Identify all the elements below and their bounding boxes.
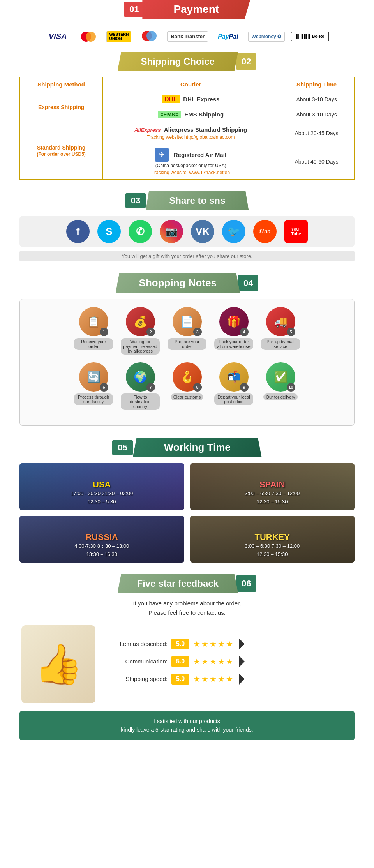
list-item: 🪝8 Clear customs (168, 362, 206, 410)
star-icon: ★ (210, 657, 217, 666)
note-circle-9: 📬9 (219, 362, 249, 392)
youtube-icon[interactable]: YouTube (284, 220, 308, 243)
payment-section: 01 Payment VISA WESTERNUNION Bank Transf… (0, 0, 374, 48)
list-item: ✅10 Our for delivery (261, 362, 300, 410)
note-circle-6: 🔄6 (79, 362, 108, 392)
usa-card: USA 17:00 - 20:30 21:30 – 02:0002:30 – 5… (19, 463, 184, 510)
note-num-6: 6 (100, 383, 108, 392)
bank-transfer-icon: Bank Transfer (167, 31, 208, 42)
feedback-title: Five star feedback (118, 574, 238, 593)
shipping-title: Shipping Choice (118, 52, 238, 71)
note-circle-1: 📋1 (79, 307, 108, 336)
working-header: 05 Working Time (19, 438, 355, 457)
star-icon: ★ (210, 639, 217, 649)
western-union-icon: WESTERNUNION (106, 31, 131, 42)
dhl-courier-cell: DHL DHL Express (103, 92, 279, 107)
shipping-section: Shipping Choice 02 Shipping Method Couri… (0, 48, 374, 187)
paypal-icon: PayPal (214, 31, 242, 42)
twitter-icon[interactable]: 🐦 (222, 220, 245, 243)
notes-container: 📋1 Receive your order 💰2 Waiting for pay… (19, 299, 355, 426)
note-label-5: Pck up by mail service (261, 338, 300, 350)
note-num-2: 2 (146, 328, 155, 336)
list-item: 🎁4 Pack your order at our warehouse (214, 307, 253, 355)
note-num-4: 4 (240, 328, 249, 336)
skype-icon[interactable]: S (97, 220, 121, 243)
note-circle-3: 📄3 (173, 307, 202, 336)
russia-country: RUSSIA (23, 532, 180, 542)
rating-label-communication: Communication: (105, 658, 168, 665)
sns-gift-message: You will get a gift with your order afte… (19, 251, 355, 261)
feedback-intro-line2: Please feel free to contact us. (148, 609, 226, 616)
ems-logo: ≡EMS≡ (158, 111, 181, 118)
dhl-name: DHL Express (183, 96, 219, 102)
spain-times: 3:00 – 6:30 7:30 – 12:0012:30 – 15:30 (194, 490, 351, 506)
star-icon: ★ (226, 639, 233, 649)
working-section-num: 05 (112, 440, 132, 455)
note-label-2: Waiting for payment released by alixepre… (121, 338, 160, 355)
note-circle-5: 🚚5 (266, 307, 295, 336)
facebook-icon[interactable]: f (66, 220, 90, 243)
note-label-7: Flow to destination country (121, 393, 160, 410)
rating-score-described: 5.0 (171, 639, 189, 649)
airmail-logo-icon: ✈ (155, 148, 169, 162)
col-method: Shipping Method (20, 77, 103, 92)
feedback-header: Five star feedback 06 (19, 574, 355, 593)
vk-icon[interactable]: VK (191, 220, 214, 243)
table-row: Standard Shipping(For order over USD5) A… (20, 122, 355, 144)
working-title: Working Time (133, 438, 262, 457)
notes-section-num: 04 (238, 275, 258, 291)
instagram-icon[interactable]: 📷 (160, 220, 183, 243)
rating-stars-communication: ★ ★ ★ ★ ★ (193, 657, 233, 666)
rating-arrow-icon (239, 656, 245, 667)
maestro-icon (137, 28, 161, 44)
note-circle-2: 💰2 (126, 307, 155, 336)
star-icon: ★ (201, 674, 208, 684)
sns-title: Share to sns (146, 191, 249, 210)
note-circle-4: 🎁4 (219, 307, 249, 336)
usa-country: USA (23, 480, 180, 490)
svg-point-3 (146, 31, 157, 41)
table-row: Express Shipping DHL DHL Express About 3… (20, 92, 355, 107)
payment-section-num: 01 (124, 2, 144, 17)
note-label-10: Our for delivery (263, 393, 297, 400)
rating-label-shipping: Shipping speed: (105, 676, 168, 682)
note-label-3: Prepare your order (168, 338, 206, 350)
svg-point-1 (86, 32, 96, 42)
whatsapp-icon[interactable]: ✆ (129, 220, 152, 243)
aliexpress-time: About 20-45 Days (279, 122, 355, 144)
aliexpress-courier-cell: AliExpress Aliexpress Standard Shipping … (103, 122, 279, 144)
star-icon: ★ (218, 657, 225, 666)
airmail-courier-cell: ✈ Registered Air Mail(China post/epacket… (103, 144, 279, 180)
aliexpress-logo: AliExpress (134, 127, 161, 133)
airmail-tracking: Tracking website: www.17track.net/en (107, 170, 275, 175)
shipping-header: Shipping Choice 02 (19, 52, 355, 71)
note-num-3: 3 (193, 328, 202, 336)
feedback-bottom-line1: If satisfied with our products, (152, 718, 221, 724)
note-num-8: 8 (193, 383, 202, 392)
feedback-intro: If you have any problems about the order… (19, 599, 355, 617)
spain-card: SPAIN 3:00 – 6:30 7:30 – 12:0012:30 – 15… (190, 463, 355, 510)
russia-card: RUSSIA 4:00-7:30 8：30 – 13:0013:30 – 16:… (19, 516, 184, 563)
shipping-section-num: 02 (236, 53, 256, 70)
star-icon: ★ (193, 674, 200, 684)
itao-icon[interactable]: iTao (253, 220, 277, 243)
note-label-6: Process through sort facility (74, 393, 113, 405)
note-num-5: 5 (287, 328, 295, 336)
star-icon: ★ (226, 657, 233, 666)
star-icon: ★ (201, 657, 208, 666)
feedback-content: 👍 Item as described: 5.0 ★ ★ ★ ★ ★ Commu… (19, 625, 355, 703)
ems-name: EMS Shipping (184, 111, 224, 118)
aliexpress-name: Aliexpress Standard Shipping (164, 126, 247, 133)
note-num-10: 10 (287, 383, 295, 392)
rating-row-communication: Communication: 5.0 ★ ★ ★ ★ ★ (105, 656, 355, 667)
note-circle-7: 🌍7 (126, 362, 155, 392)
turkey-country: TURKEY (194, 532, 351, 542)
list-item: 📄3 Prepare your order (168, 307, 206, 355)
star-icon: ★ (193, 657, 200, 666)
note-circle-10: ✅10 (266, 362, 295, 392)
express-method-cell: Express Shipping (20, 92, 103, 122)
list-item: 📬9 Depart your local post office (214, 362, 253, 410)
webmoney-icon: WebMoney ✪ (248, 32, 285, 42)
rating-arrow-icon (239, 673, 245, 685)
thumbs-area: 👍 (19, 625, 97, 703)
